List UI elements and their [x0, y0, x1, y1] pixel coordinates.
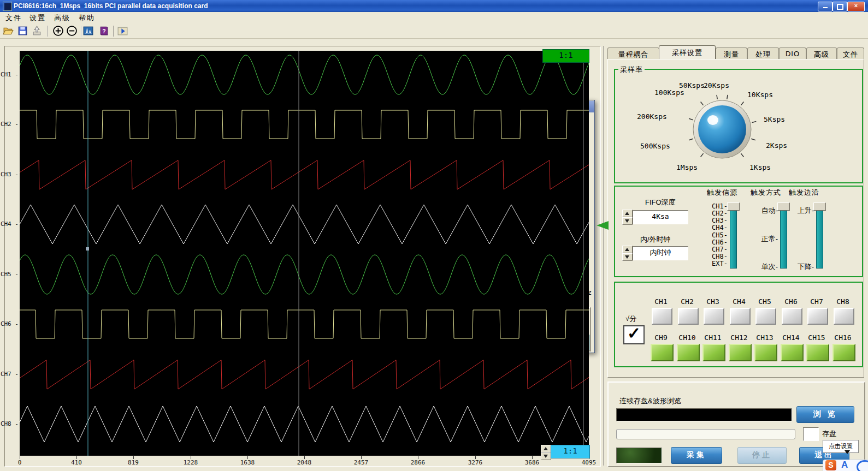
channel-button-ch4[interactable]: [730, 308, 751, 325]
open-icon[interactable]: [3, 25, 15, 38]
channel-button-label-ch8: CH8: [830, 297, 856, 306]
status-led: [616, 448, 662, 463]
close-button[interactable]: ×: [847, 2, 865, 11]
menu-item-4[interactable]: 帮助: [79, 12, 95, 24]
trigger-option-单次[interactable]: 单次-: [754, 262, 778, 272]
help-icon[interactable]: ?: [98, 25, 111, 38]
trigger-slider[interactable]: [780, 204, 787, 269]
channel-button-ch13[interactable]: [754, 344, 777, 361]
channel-button-ch9[interactable]: [651, 344, 674, 361]
menu-item-1[interactable]: 文件: [5, 12, 22, 24]
channel-label-ch2: CH2 -: [0, 121, 19, 128]
channel-button-ch3[interactable]: [704, 308, 724, 325]
x-axis-tick-label: 3276: [458, 459, 493, 466]
sample-rate-option-50Ksps: 50Ksps: [679, 81, 705, 90]
trigger-option-CH3[interactable]: CH3-: [704, 217, 728, 224]
channel-button-label-ch15: CH15: [802, 333, 831, 342]
channel-button-ch8[interactable]: [834, 308, 854, 325]
channel-button-label-ch1: CH1: [648, 297, 674, 306]
spectrum-icon[interactable]: [82, 25, 95, 38]
trigger-option-上升[interactable]: 上升-: [790, 206, 814, 216]
trigger-option-CH7[interactable]: CH7-: [704, 246, 728, 253]
trigger-level-arrow-icon[interactable]: [597, 221, 609, 230]
toolbar-separator: [81, 26, 81, 37]
stop-button[interactable]: 停止: [737, 447, 787, 464]
channel-button-ch7[interactable]: [807, 308, 828, 325]
channel-button-label-ch5: CH5: [752, 297, 778, 306]
menu-item-3[interactable]: 高级: [54, 12, 70, 24]
trigger-option-CH8[interactable]: CH8-: [704, 253, 728, 260]
trigger-slider-handle[interactable]: [727, 202, 740, 211]
fifo-depth-value[interactable]: 4Ksa: [633, 210, 688, 224]
fifo-depth-spinner[interactable]: [622, 210, 631, 225]
toolbar: ?: [0, 24, 868, 39]
channel-button-ch1[interactable]: [652, 308, 672, 325]
spinner-up-icon[interactable]: [622, 246, 633, 253]
channel-button-ch5[interactable]: [755, 308, 776, 325]
trigger-option-CH6[interactable]: CH6-: [704, 239, 728, 246]
clock-select-value[interactable]: 内时钟: [633, 246, 688, 260]
trigger-slider-handle[interactable]: [777, 202, 790, 211]
trigger-option-EXT[interactable]: EXT-: [704, 260, 728, 267]
trigger-slider[interactable]: [730, 204, 737, 269]
clock-select-spinner[interactable]: [622, 246, 631, 261]
x-axis-tick-label: 410: [59, 459, 94, 466]
toolbar-separator: [47, 26, 48, 37]
trigger-option-正常[interactable]: 正常-: [754, 234, 778, 244]
oscilloscope-plot[interactable]: [20, 51, 589, 456]
channel-button-label-ch3: CH3: [700, 297, 726, 306]
spinner-down-icon[interactable]: [622, 253, 633, 261]
channel-button-ch12[interactable]: [729, 344, 752, 361]
trigger-option-CH1[interactable]: CH1-: [704, 202, 728, 210]
trigger-option-CH5[interactable]: CH5-: [704, 231, 728, 239]
channel-button-ch16[interactable]: [832, 344, 855, 361]
trigger-option-下降[interactable]: 下降-: [790, 262, 814, 272]
channel-button-ch11[interactable]: [702, 344, 725, 361]
split-mode-label: √分: [625, 314, 636, 324]
spinner-up-icon[interactable]: [541, 445, 551, 452]
channel-button-ch6[interactable]: [782, 308, 802, 325]
ime-mode-icon[interactable]: A: [841, 460, 848, 470]
channel-button-ch10[interactable]: [677, 344, 700, 361]
channel-button-label-ch6: CH6: [778, 297, 804, 306]
channel-label-ch8: CH8 -: [0, 420, 19, 427]
spinner-down-icon[interactable]: [622, 217, 633, 225]
ime-extra-icon[interactable]: [857, 460, 868, 471]
title-bar[interactable]: PCI8616:16ch_1Msps_16bits PCI parallel d…: [0, 0, 868, 12]
export-icon[interactable]: [31, 25, 44, 38]
spinner-down-icon[interactable]: [541, 452, 551, 460]
split-mode-checkbox[interactable]: ✓: [623, 325, 645, 344]
x-axis-tick-label: 2866: [400, 459, 435, 466]
channel-button-label-ch13: CH13: [750, 333, 780, 342]
sample-rate-option-5Ksps: 5Ksps: [764, 115, 785, 123]
trigger-option-自动[interactable]: 自动-: [754, 206, 778, 216]
window-title: PCI8616:16ch_1Msps_16bits PCI parallel d…: [14, 2, 208, 10]
zoom-ratio-indicator-bottom[interactable]: 1:1: [551, 445, 590, 458]
sample-rate-knob[interactable]: [687, 94, 758, 165]
zoom-in-icon[interactable]: [52, 25, 65, 38]
channel-button-ch15[interactable]: [806, 344, 829, 361]
channel-button-ch2[interactable]: [678, 308, 699, 325]
menu-item-2[interactable]: 设置: [29, 12, 46, 24]
ime-tooltip: 点击设置: [823, 440, 859, 453]
channel-button-label-ch4: CH4: [726, 297, 752, 306]
zoom-ratio-spinner[interactable]: [541, 445, 550, 460]
minimize-button[interactable]: [818, 2, 832, 11]
trigger-slider-handle[interactable]: [813, 202, 826, 211]
trigger-slider[interactable]: [816, 204, 823, 269]
maximize-button[interactable]: [832, 2, 847, 11]
channel-button-label-ch7: CH7: [804, 297, 830, 306]
sogou-icon[interactable]: S: [825, 460, 836, 470]
spinner-up-icon[interactable]: [622, 210, 633, 217]
trigger-option-CH4[interactable]: CH4-: [704, 224, 728, 231]
sample-rate-option-500Ksps: 500Ksps: [640, 142, 670, 150]
run-icon[interactable]: [117, 25, 129, 38]
save-icon[interactable]: [17, 25, 29, 38]
channel-button-ch14[interactable]: [781, 344, 804, 361]
zoom-out-icon[interactable]: [66, 25, 79, 38]
acquire-button[interactable]: 采集: [671, 447, 722, 464]
channel-button-label-ch2: CH2: [674, 297, 700, 306]
trigger-option-CH2[interactable]: CH2-: [704, 210, 728, 217]
save-checkbox[interactable]: [803, 427, 819, 441]
browse-button[interactable]: 浏 览: [796, 406, 854, 423]
